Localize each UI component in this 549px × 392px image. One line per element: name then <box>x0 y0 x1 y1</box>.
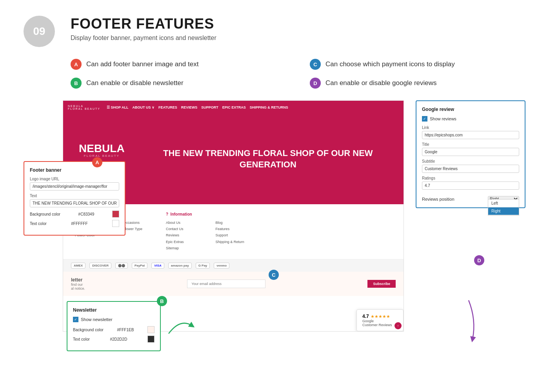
nl-bg-color-row: Background color #FFF1EB <box>73 326 155 333</box>
footer-banner-title: Footer banner <box>30 167 119 173</box>
option-left[interactable]: Left <box>488 200 519 207</box>
feature-d: D Can enable or disable google reviews <box>310 78 525 89</box>
nl-text-color-row: Text color #2D2D2D <box>73 336 155 343</box>
footer-col-occasions: OccasionsFlower Type <box>123 212 142 251</box>
nav-shipping[interactable]: SHIPPING & RETURNS <box>250 105 288 109</box>
mockup-logo: NEBULA FLORAL BEAUTY <box>68 105 100 110</box>
badge-d: D <box>310 78 321 89</box>
logo-sub: FLORAL BEAUTY <box>68 107 100 110</box>
blog-title <box>216 212 244 216</box>
show-reviews-row: ✓ Show reviews <box>422 116 519 122</box>
footer-col-blog: BlogFeaturesSupportShipping & Return <box>216 212 244 251</box>
circle-badge-c: C <box>269 270 279 280</box>
nl-bg-swatch[interactable] <box>147 326 155 333</box>
circle-badge-d: D <box>474 255 484 265</box>
page-header: 09 FOOTER FEATURES Display footer banner… <box>0 0 549 59</box>
step-number: 09 <box>33 25 45 38</box>
banner-text-input[interactable] <box>30 199 119 207</box>
panel-newsletter: Newsletter ✓ Show newsletter Background … <box>67 301 161 351</box>
newsletter-strip: letter find oural notice. Subscribe <box>63 272 404 296</box>
nl-bg-value: #FFF1EB <box>117 328 134 332</box>
ratings-input[interactable] <box>422 181 519 190</box>
ratings-label: Ratings <box>422 176 519 180</box>
link-input[interactable] <box>422 131 519 139</box>
pay-amex: AMEX <box>71 263 85 269</box>
feature-a-text: Can add footer banner image and text <box>86 60 198 68</box>
banner-text-label: Text <box>30 194 119 198</box>
newsletter-text: letter find oural notice. <box>71 277 85 290</box>
text-color-value: #FFFFFF <box>71 221 87 226</box>
nl-text-value: #2D2D2D <box>110 337 127 341</box>
arrow-d-icon <box>453 296 484 343</box>
widget-subtitle: Customer Reviews <box>362 323 398 327</box>
nav-aboutus[interactable]: ABOUT US ∨ <box>132 105 155 109</box>
occasions-items: OccasionsFlower Type <box>123 220 142 232</box>
step-badge: 09 <box>24 16 55 47</box>
widget-stars: ★★★★★ <box>371 314 390 319</box>
option-right[interactable]: Right <box>488 207 519 215</box>
show-newsletter-label: Show newsletter <box>81 317 113 322</box>
show-reviews-checkbox[interactable]: ✓ <box>422 116 427 122</box>
logo-url-input[interactable] <box>30 182 119 191</box>
main-content: NEBULA FLORAL BEAUTY ☰ SHOP ALL ABOUT US… <box>24 100 525 367</box>
blog-items: BlogFeaturesSupportShipping & Return <box>216 220 244 245</box>
occasions-title <box>123 212 142 216</box>
position-label: Reviews position <box>422 197 454 201</box>
review-title-label: Title <box>422 142 519 147</box>
feature-b-text: Can enable or disable newsletter <box>86 79 184 87</box>
payment-strip: AMEX DISCOVER ⬤⬤ PayPal VISA amazon pay … <box>63 259 404 272</box>
widget-rating: 4.7 <box>362 314 369 319</box>
feature-a: A Can add footer banner image and text <box>71 59 286 70</box>
features-grid: A Can add footer banner image and text C… <box>0 59 549 89</box>
link-label: Link <box>422 125 519 130</box>
bg-color-swatch[interactable] <box>112 211 119 218</box>
nav-shopall[interactable]: ☰ SHOP ALL <box>107 105 129 109</box>
feature-c-text: Can choose which payment icons to displa… <box>325 60 455 68</box>
header-text: FOOTER FEATURES Display footer banner, p… <box>71 16 216 42</box>
page-title: FOOTER FEATURES <box>71 16 216 32</box>
logo-url-label: Logo image URL <box>30 177 119 181</box>
nl-text-label: Text color <box>73 337 90 341</box>
newsletter-email-input[interactable] <box>187 279 265 288</box>
position-dropdown-options: Left Right <box>488 199 519 216</box>
panel-footer-banner: Footer banner Logo image URL Text Backgr… <box>24 161 125 236</box>
feature-d-text: Can enable or disable google reviews <box>325 79 437 87</box>
nav-reviews[interactable]: REVIEWS <box>181 105 198 109</box>
newsletter-heading: letter <box>71 277 85 283</box>
pay-visa: VISA <box>151 263 164 269</box>
info-items: About UsContact UsReviewsEpic ExtrasSite… <box>166 220 192 251</box>
pay-discover: DISCOVER <box>89 263 111 269</box>
bg-color-row: Background color #C83349 <box>30 211 119 218</box>
pay-paypal: PayPal <box>132 263 147 269</box>
text-color-swatch[interactable] <box>112 220 119 227</box>
nav-epic[interactable]: EPIC EXTRAS <box>222 105 246 109</box>
newsletter-panel-title: Newsletter <box>73 307 155 313</box>
scroll-up-button[interactable]: ↑ <box>394 322 402 329</box>
circle-badge-b: B <box>157 296 167 306</box>
show-reviews-label: Show reviews <box>430 116 456 121</box>
nav-support[interactable]: SUPPORT <box>201 105 218 109</box>
nav-features[interactable]: FEATURES <box>158 105 177 109</box>
review-title-input[interactable] <box>422 148 519 156</box>
page-subtitle: Display footer banner, payment icons and… <box>71 34 216 42</box>
badge-a: A <box>71 59 82 70</box>
bg-color-value: #C83349 <box>78 212 95 216</box>
hero-logo-text: NEBULA <box>79 143 125 154</box>
badge-c: C <box>310 59 321 70</box>
pay-mc: ⬤⬤ <box>115 263 128 269</box>
nl-text-swatch[interactable] <box>147 336 155 343</box>
pay-venmo: venmo <box>214 263 229 269</box>
show-newsletter-checkbox[interactable]: ✓ <box>73 317 78 322</box>
circle-badge-a: A <box>92 157 102 167</box>
feature-b: B Can enable or disable newsletter <box>71 78 286 89</box>
subscribe-button[interactable]: Subscribe <box>367 280 396 288</box>
pay-gpay: G Pay <box>196 263 210 269</box>
review-subtitle-input[interactable] <box>422 165 519 173</box>
mockup-nav: NEBULA FLORAL BEAUTY ☰ SHOP ALL ABOUT US… <box>63 101 404 114</box>
pay-amazon: amazon pay <box>168 263 192 269</box>
newsletter-desc: find oural notice. <box>71 283 85 290</box>
text-color-label: Text color <box>30 221 47 226</box>
review-subtitle-label: Subtitle <box>422 159 519 163</box>
hero-text: THE NEW TRENDING FLORAL SHOP OF OUR NEW … <box>148 148 388 170</box>
google-reviews-widget: 4.7 ★★★★★ Google Customer Reviews ↑ <box>356 309 404 331</box>
